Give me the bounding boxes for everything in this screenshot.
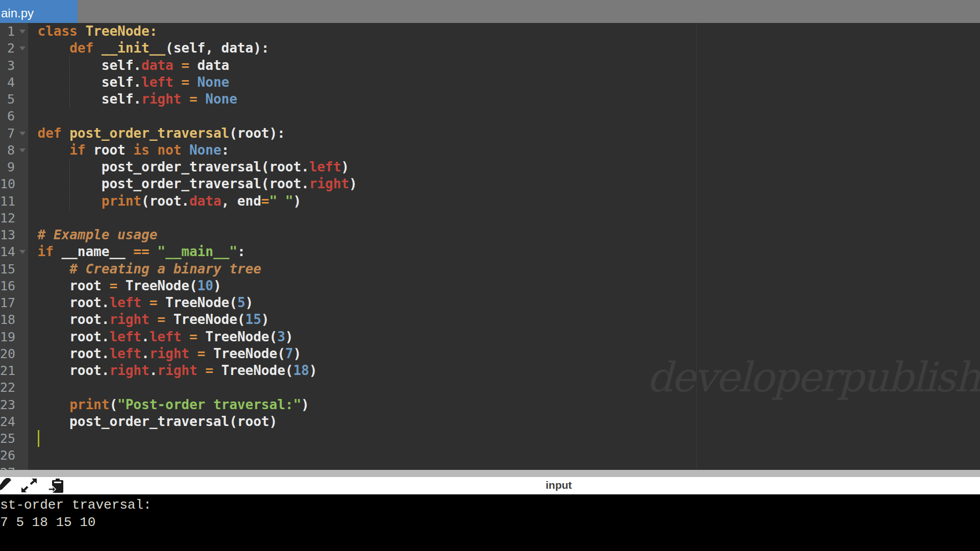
gutter-row: 1 [0, 23, 28, 40]
code-token: # Creating a binary tree [69, 261, 261, 277]
code-token: data [189, 193, 222, 209]
tab-main-py[interactable]: ain.py [0, 0, 78, 23]
editor-scrollbar-strip[interactable] [0, 470, 980, 477]
code-token: (root): [229, 126, 285, 141]
code-token: "Post-order traversal:" [117, 397, 301, 412]
code-token: 5 [237, 295, 246, 310]
code-token: ( [109, 397, 117, 412]
code-line[interactable]: root.left = TreeNode(5) [28, 294, 980, 311]
code-token: == [133, 244, 149, 259]
code-token: right [157, 363, 197, 378]
gutter-row: 10 [0, 176, 28, 192]
code-line[interactable]: root.left.left = TreeNode(3) [28, 329, 980, 345]
code-line[interactable]: # Creating a binary tree [28, 261, 980, 278]
gutter-row: 20 [0, 345, 28, 362]
fold-arrow-icon[interactable] [19, 46, 26, 51]
code-token: ) [261, 312, 270, 327]
line-number-gutter: 1234567891011121314151617181920212223242… [0, 23, 28, 470]
line-number: 2 [0, 40, 15, 57]
code-line[interactable]: print("Post-order traversal:") [28, 396, 980, 413]
code-line[interactable] [28, 430, 980, 447]
indent-guide [69, 74, 70, 91]
tab-label: ain.py [0, 7, 34, 23]
fold-arrow-icon[interactable] [19, 30, 26, 34]
gutter-row: 5 [0, 91, 28, 108]
line-number: 16 [0, 278, 15, 294]
code-token: # Example usage [38, 227, 158, 242]
code-line[interactable]: post_order_traversal(root.left) [28, 159, 980, 176]
code-line[interactable]: self.left = None [28, 74, 980, 91]
code-token: data [189, 58, 229, 73]
stdout-line: 3 7 5 18 15 10 [0, 515, 95, 530]
code-token: 3 [277, 329, 285, 344]
code-token: post_order_traversal(root) [38, 414, 278, 429]
paste-icon[interactable] [48, 478, 65, 495]
code-line[interactable] [28, 447, 980, 464]
tab-bar: ain.py [0, 0, 980, 23]
code-token [78, 23, 86, 39]
gutter-row: 19 [0, 329, 28, 345]
code-line[interactable] [28, 464, 980, 470]
code-line[interactable]: # Example usage [28, 227, 980, 243]
code-token: ) [213, 278, 222, 293]
code-line[interactable]: root = TreeNode(10) [28, 278, 980, 294]
indent-guide [69, 57, 70, 74]
expand-icon[interactable] [20, 478, 38, 495]
code-line[interactable] [28, 108, 980, 124]
line-number: 3 [0, 57, 15, 74]
code-token: . [141, 346, 150, 361]
code-token: right [309, 176, 349, 191]
pencil-icon[interactable] [0, 478, 11, 495]
line-number: 20 [0, 345, 15, 362]
fold-arrow-icon[interactable] [19, 148, 26, 153]
fold-arrow-icon[interactable] [19, 132, 26, 136]
code-token: def [38, 126, 62, 141]
fold-arrow-icon[interactable] [19, 250, 26, 254]
gutter-row: 12 [0, 210, 28, 227]
indent-guide [69, 159, 70, 176]
code-token: is [133, 142, 149, 158]
code-token: TreeNode( [198, 329, 278, 344]
text-cursor [38, 430, 39, 447]
code-token: self. [38, 91, 142, 107]
code-line[interactable]: post_order_traversal(root.right) [28, 176, 980, 192]
code-line[interactable] [28, 379, 980, 396]
code-token: ) [301, 397, 309, 412]
code-line[interactable]: root.left.right = TreeNode(7) [28, 345, 980, 362]
line-number: 5 [0, 91, 15, 108]
code-token: data [141, 58, 174, 73]
code-token: __init__ [102, 40, 165, 56]
code-editor[interactable]: 1234567891011121314151617181920212223242… [0, 23, 980, 470]
code-line[interactable]: print(root.data, end=" ") [28, 193, 980, 210]
code-token: root. [38, 312, 110, 327]
gutter-row: 26 [0, 447, 28, 464]
line-number: 19 [0, 329, 15, 345]
code-line[interactable]: if __name__ == "__main__": [28, 243, 980, 260]
code-token [174, 74, 182, 90]
code-line[interactable]: root.right = TreeNode(15) [28, 311, 980, 328]
code-token: = [205, 363, 213, 378]
code-line[interactable]: self.right = None [28, 91, 980, 108]
code-line[interactable]: class TreeNode: [28, 23, 980, 40]
code-token: print [69, 397, 109, 412]
code-token: = [109, 278, 117, 293]
code-token: = [181, 58, 189, 73]
gutter-row: 13 [0, 227, 28, 243]
code-token: = [189, 329, 198, 344]
code-token [150, 244, 158, 259]
code-token: TreeNode( [165, 312, 246, 327]
code-token: left [109, 346, 141, 361]
output-terminal[interactable]: Post-order traversal: 3 7 5 18 15 10 Pro… [0, 494, 980, 551]
code-line[interactable]: root.right.right = TreeNode(18) [28, 362, 980, 379]
code-line[interactable] [28, 210, 980, 227]
code-line[interactable]: post_order_traversal(root) [28, 413, 980, 430]
code-line[interactable]: if root is not None: [28, 142, 980, 159]
code-pane[interactable]: developerpublish.com class TreeNode: def… [28, 23, 980, 470]
code-token: class [38, 23, 78, 39]
line-number: 18 [0, 311, 15, 328]
code-token: None [198, 74, 230, 90]
code-line[interactable]: self.data = data [28, 57, 980, 74]
code-line[interactable]: def post_order_traversal(root): [28, 125, 980, 142]
code-line[interactable]: def __init__(self, data): [28, 40, 980, 57]
code-token: ) [246, 295, 254, 310]
